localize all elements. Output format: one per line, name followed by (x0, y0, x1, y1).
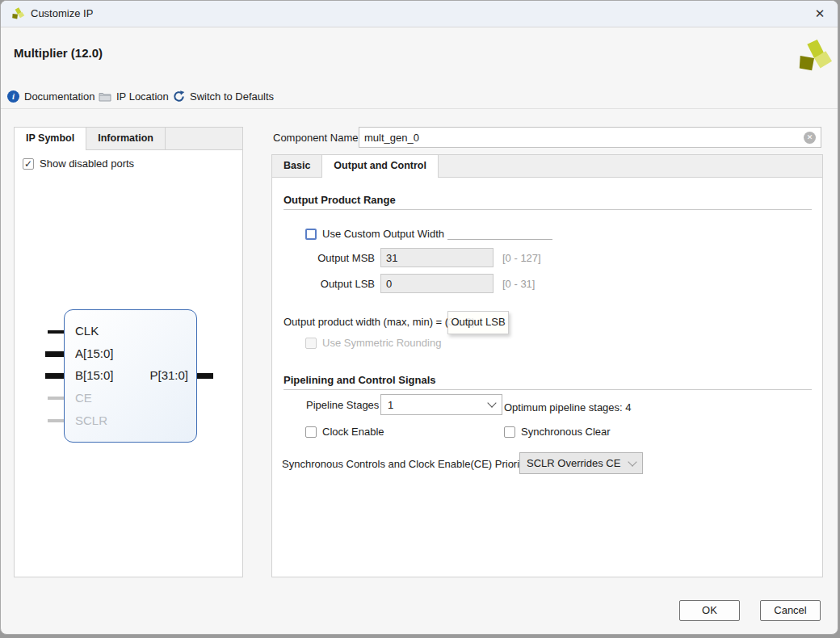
port-stub-sclr (48, 419, 64, 422)
documentation-label: Documentation (24, 90, 94, 103)
window-title: Customize IP (31, 7, 93, 19)
chevron-down-icon (487, 398, 496, 407)
output-msb-input: 31 (380, 248, 494, 267)
brand-logo (796, 36, 833, 77)
tab-output-and-control[interactable]: Output and Control (322, 155, 439, 177)
output-lsb-value: 0 (386, 278, 392, 290)
app-logo-icon (10, 6, 25, 21)
priority-value: SCLR Overrides CE (527, 457, 620, 469)
cancel-button[interactable]: Cancel (760, 600, 821, 621)
output-msb-label: Output MSB (284, 252, 375, 264)
component-name-label: Component Name (273, 132, 359, 144)
page-title: Multiplier (12.0) (14, 46, 103, 60)
port-label-b: B[15:0] (75, 368, 114, 382)
output-lsb-range: [0 - 31] (502, 278, 535, 290)
tab-basic[interactable]: Basic (272, 155, 322, 177)
component-name-value: mult_gen_0 (364, 132, 419, 144)
switch-to-defaults-label: Switch to Defaults (190, 90, 274, 103)
synchronous-clear-checkbox[interactable]: Synchronous Clear (504, 426, 611, 438)
port-stub-clk (48, 330, 64, 334)
checkbox-unchecked[interactable] (305, 426, 317, 438)
tab-information[interactable]: Information (86, 128, 166, 149)
clock-enable-label: Clock Enable (322, 426, 384, 438)
checkbox-unchecked[interactable] (305, 229, 317, 240)
checkbox-unchecked[interactable] (504, 426, 515, 438)
refresh-icon (173, 90, 185, 103)
folder-icon (99, 91, 111, 102)
use-custom-output-width-checkbox[interactable]: Use Custom Output Width (305, 228, 444, 240)
left-tabstrip: IP Symbol Information (15, 128, 242, 150)
priority-label: Synchronous Controls and Clock Enable(CE… (282, 458, 527, 470)
screen: Customize IP ✕ Multiplier (12.0) i Docum… (0, 0, 840, 638)
port-label-a: A[15:0] (75, 346, 114, 360)
checkbox-checked[interactable]: ✓ (23, 158, 34, 170)
ip-location-label: IP Location (116, 90, 169, 103)
output-product-range-title: Output Product Range (284, 194, 396, 206)
main-tabstrip: Basic Output and Control (272, 155, 822, 178)
config-panel: Basic Output and Control (271, 154, 823, 577)
priority-select: SCLR Overrides CE (519, 452, 643, 474)
synchronous-clear-label: Synchronous Clear (521, 426, 611, 438)
chevron-down-icon (628, 457, 636, 466)
port-stub-a (45, 351, 64, 357)
switch-to-defaults-button[interactable]: Switch to Defaults (173, 88, 274, 104)
output-lsb-input: 0 (380, 274, 494, 293)
use-symmetric-rounding-label: Use Symmetric Rounding (322, 337, 441, 349)
close-icon[interactable]: ✕ (810, 5, 830, 23)
port-stub-p (197, 373, 213, 379)
show-disabled-ports-label: Show disabled ports (40, 157, 134, 170)
output-lsb-label: Output LSB (284, 278, 375, 290)
output-msb-range: [0 - 127] (502, 252, 541, 264)
use-custom-output-width-label: Use Custom Output Width (322, 228, 444, 240)
show-disabled-ports-checkbox[interactable]: ✓ Show disabled ports (23, 157, 134, 170)
pipeline-stages-value: 1 (388, 399, 393, 411)
clear-icon[interactable]: ✕ (804, 132, 816, 144)
use-symmetric-rounding-checkbox: Use Symmetric Rounding (305, 337, 441, 349)
port-label-clk: CLK (75, 324, 99, 338)
clock-enable-checkbox[interactable]: Clock Enable (305, 426, 384, 438)
info-icon: i (7, 90, 19, 103)
tab-ip-symbol[interactable]: IP Symbol (15, 128, 86, 149)
ip-location-button[interactable]: IP Location (99, 88, 169, 104)
section-rule (284, 389, 812, 390)
port-label-p: P[31:0] (122, 368, 188, 382)
header-divider (1, 108, 838, 109)
port-stub-ce (48, 397, 64, 400)
pipeline-stages-select[interactable]: 1 (380, 394, 502, 415)
port-stub-b (45, 373, 64, 379)
port-label-ce: CE (75, 391, 92, 405)
output-product-width-text: Output product width (max, min) = (31, 0… (284, 316, 475, 328)
ok-button[interactable]: OK (679, 600, 740, 621)
component-name-input[interactable]: mult_gen_0 ✕ (359, 127, 821, 148)
section-rule (284, 209, 812, 210)
documentation-button[interactable]: i Documentation (7, 88, 94, 104)
inline-rule (447, 239, 552, 240)
pipelining-title: Pipelining and Control Signals (284, 374, 436, 386)
optimum-pipeline-text: Optimum pipeline stages: 4 (504, 401, 632, 413)
pipeline-stages-label: Pipeline Stages (306, 399, 379, 411)
port-label-sclr: SCLR (75, 413, 107, 427)
title-bar[interactable]: Customize IP ✕ (1, 1, 838, 27)
customize-ip-dialog: Customize IP ✕ Multiplier (12.0) i Docum… (0, 0, 838, 635)
output-msb-value: 31 (386, 252, 397, 264)
checkbox-disabled (305, 338, 317, 349)
tooltip: Output LSB (447, 311, 509, 334)
